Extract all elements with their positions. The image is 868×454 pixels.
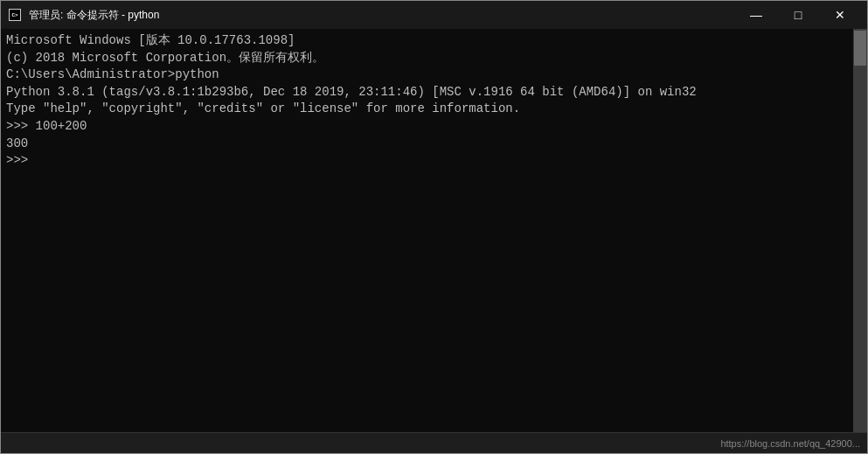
window-title: 管理员: 命令提示符 - python	[29, 8, 159, 23]
console-line: Microsoft Windows [版本 10.0.17763.1098]	[6, 32, 848, 50]
console-line: C:\Users\Administrator>python	[6, 66, 848, 84]
cmd-window-icon	[8, 8, 22, 22]
minimize-button[interactable]: —	[736, 3, 776, 27]
console-line: Python 3.8.1 (tags/v3.8.1:1b293b6, Dec 1…	[6, 84, 848, 101]
console-line: >>> 100+200	[6, 118, 848, 136]
console-line: >>>	[6, 152, 848, 170]
title-bar: 管理员: 命令提示符 - python — □ ✕	[1, 1, 867, 29]
cmd-window: 管理员: 命令提示符 - python — □ ✕ Microsoft Wind…	[0, 0, 868, 454]
console-output: Microsoft Windows [版本 10.0.17763.1098](c…	[1, 29, 853, 432]
bottom-bar: https://blog.csdn.net/qq_42900...	[1, 432, 867, 453]
cmd-icon	[9, 9, 21, 21]
console-line: Type "help", "copyright", "credits" or "…	[6, 101, 848, 118]
title-bar-controls: — □ ✕	[736, 3, 860, 27]
console-line: 300	[6, 136, 848, 153]
close-button[interactable]: ✕	[820, 3, 860, 27]
scrollbar-thumb[interactable]	[854, 31, 866, 66]
scrollbar-track[interactable]	[853, 29, 867, 432]
maximize-button[interactable]: □	[778, 3, 818, 27]
title-bar-left: 管理员: 命令提示符 - python	[8, 8, 159, 23]
console-line: (c) 2018 Microsoft Corporation。保留所有权利。	[6, 50, 848, 67]
console-area[interactable]: Microsoft Windows [版本 10.0.17763.1098](c…	[1, 29, 867, 432]
url-display: https://blog.csdn.net/qq_42900...	[720, 438, 860, 449]
